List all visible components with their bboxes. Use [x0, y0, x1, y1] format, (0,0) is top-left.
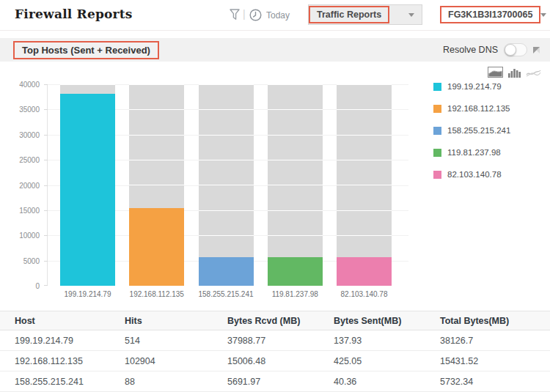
- legend-swatch: [433, 149, 441, 157]
- column-header[interactable]: Hits: [125, 316, 227, 326]
- x-axis-label: 199.19.214.79: [53, 290, 122, 298]
- y-axis-label: 40000: [4, 81, 40, 89]
- table-body: 199.19.214.7951437988.77137.9338126.7192…: [0, 330, 550, 392]
- y-axis-label: 15000: [4, 207, 40, 215]
- table-cell: 5732.34: [440, 377, 550, 387]
- top-hosts-table: HostHitsBytes Rcvd (MB)Bytes Sent(MB)Tot…: [0, 311, 550, 392]
- bar-82.103.140.78[interactable]: [337, 257, 392, 286]
- line-chart-icon[interactable]: [526, 67, 541, 81]
- y-axis-label: 10000: [4, 232, 40, 240]
- table-cell: 425.05: [334, 356, 440, 366]
- bar-track: [129, 84, 184, 286]
- legend-swatch: [433, 83, 441, 91]
- legend-label: 199.19.214.79: [447, 82, 502, 91]
- legend-label: 119.81.237.98: [447, 148, 501, 157]
- resolve-dns-toggle[interactable]: [504, 43, 527, 56]
- report-type-dropdown[interactable]: Traffic Reports: [308, 4, 422, 25]
- bar-track: [337, 84, 392, 286]
- legend-swatch: [433, 127, 441, 135]
- table-cell: 158.255.215.241: [15, 377, 125, 387]
- plot-area: 199.19.214.79192.168.112.135158.255.215.…: [47, 84, 408, 286]
- page-header: Firewall Reports | Today Traffic Reports…: [0, 0, 550, 31]
- bar-199.19.214.79[interactable]: [60, 94, 115, 286]
- y-axis-tick: [44, 285, 48, 286]
- bar-track: [199, 84, 254, 286]
- report-type-value: Traffic Reports: [309, 6, 389, 23]
- y-axis-label: 35000: [4, 106, 40, 114]
- x-axis-label: 82.103.140.78: [329, 290, 399, 298]
- widget-title: Top Hosts (Sent + Received): [13, 41, 159, 59]
- table-cell: 192.168.112.135: [15, 356, 125, 366]
- legend-item[interactable]: 199.19.214.79: [433, 82, 510, 91]
- x-axis-label: 158.255.215.241: [191, 290, 261, 298]
- y-axis-label: 5000: [4, 257, 40, 265]
- x-axis-label: 119.81.237.98: [260, 290, 330, 298]
- filter-icon[interactable]: [230, 9, 240, 23]
- column-header[interactable]: Host: [15, 316, 125, 326]
- chevron-down-icon[interactable]: [408, 13, 414, 17]
- bar-track: [60, 84, 115, 286]
- legend-item[interactable]: 158.255.215.241: [433, 126, 510, 135]
- device-dropdown[interactable]: FG3K1B3I13700065: [440, 4, 550, 25]
- column-header[interactable]: Bytes Rcvd (MB): [227, 316, 334, 326]
- toggle-knob: [505, 44, 516, 56]
- table-cell: 88: [125, 377, 227, 387]
- separator: |: [243, 8, 246, 20]
- chart-legend: 199.19.214.79192.168.112.135158.255.215.…: [433, 82, 510, 192]
- top-hosts-chart: 0500010000150002000025000300003500040000…: [0, 84, 550, 304]
- table-cell: 38126.7: [440, 336, 550, 346]
- table-cell: 137.93: [334, 336, 440, 346]
- y-axis-label: 25000: [4, 156, 40, 164]
- legend-label: 158.255.215.241: [447, 126, 510, 135]
- bar-119.81.237.98[interactable]: [268, 257, 323, 286]
- y-axis-label: 0: [4, 282, 40, 290]
- bar-192.168.112.135[interactable]: [129, 208, 184, 286]
- chart-type-switcher: [488, 67, 541, 81]
- x-axis-label: 192.168.112.135: [122, 290, 191, 298]
- chevron-down-icon[interactable]: [540, 13, 546, 17]
- bar-158.255.215.241[interactable]: [199, 257, 254, 286]
- table-cell: 15006.48: [227, 356, 334, 366]
- table-cell: 102904: [125, 356, 227, 366]
- table-cell: 199.19.214.79: [15, 336, 125, 346]
- resolve-dns-label: Resolve DNS: [443, 45, 498, 55]
- clock-icon[interactable]: [249, 9, 262, 24]
- page-title: Firewall Reports: [15, 7, 133, 21]
- bar-chart-icon[interactable]: [508, 67, 521, 81]
- table-cell: 514: [125, 336, 227, 346]
- area-chart-icon[interactable]: [488, 67, 503, 81]
- widget-header: Top Hosts (Sent + Received) Resolve DNS: [0, 38, 550, 62]
- legend-item[interactable]: 192.168.112.135: [433, 104, 510, 113]
- table-header-row: HostHitsBytes Rcvd (MB)Bytes Sent(MB)Tot…: [0, 311, 550, 330]
- column-header[interactable]: Bytes Sent(MB): [334, 316, 440, 326]
- expand-icon[interactable]: [533, 47, 540, 53]
- table-row: 158.255.215.241885691.9740.365732.34: [0, 371, 550, 392]
- device-value: FG3K1B3I13700065: [440, 6, 540, 23]
- time-range-label[interactable]: Today: [266, 10, 290, 21]
- table-cell: 37988.77: [227, 336, 334, 346]
- y-axis-label: 30000: [4, 131, 40, 139]
- legend-label: 192.168.112.135: [447, 104, 510, 113]
- legend-swatch: [433, 171, 441, 179]
- table-row: 199.19.214.7951437988.77137.9338126.7: [0, 330, 550, 351]
- table-cell: 5691.97: [227, 377, 334, 387]
- legend-label: 82.103.140.78: [447, 170, 502, 179]
- legend-item[interactable]: 119.81.237.98: [433, 148, 510, 157]
- table-cell: 15431.52: [440, 356, 550, 366]
- legend-item[interactable]: 82.103.140.78: [433, 170, 510, 179]
- y-axis-label: 20000: [4, 182, 40, 190]
- bar-track: [268, 84, 323, 286]
- column-header[interactable]: Total Bytes(MB): [440, 316, 550, 326]
- table-row: 192.168.112.13510290415006.48425.0515431…: [0, 351, 550, 371]
- table-cell: 40.36: [334, 377, 440, 387]
- legend-swatch: [433, 105, 441, 113]
